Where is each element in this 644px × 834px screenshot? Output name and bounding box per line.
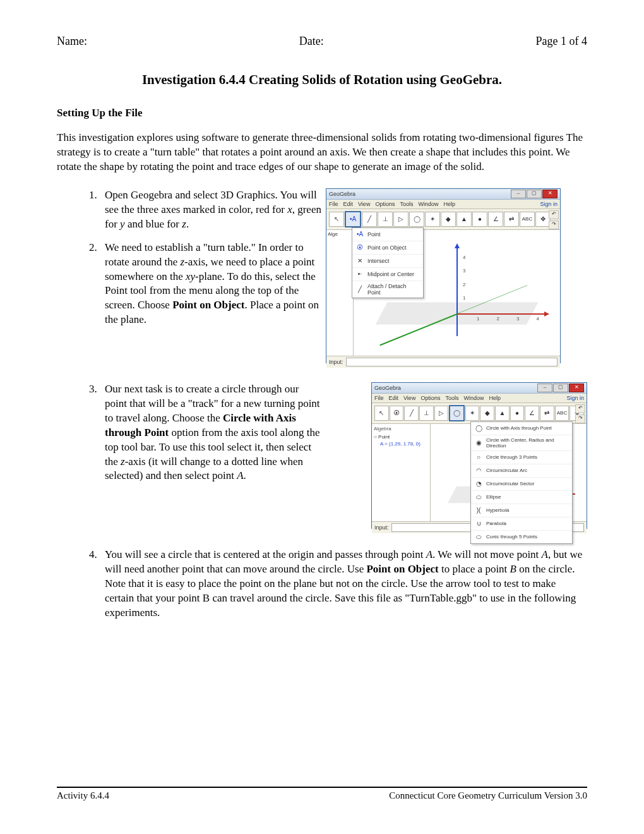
text-tool[interactable]: ABC <box>555 406 569 421</box>
signin-link[interactable]: Sign in <box>566 395 584 401</box>
menu-options[interactable]: Options <box>420 395 440 401</box>
window-titlebar: GeoGebra – ▢ ✕ <box>326 189 560 200</box>
menubar: File Edit View Options Tools Window Help… <box>326 200 560 209</box>
step-2: We need to establish a "turn table." In … <box>100 241 322 328</box>
circle-tool[interactable]: ◯ <box>449 405 465 421</box>
z-axis <box>456 246 458 336</box>
circle-tool-dropdown: ◯Circle with Axis through Point ◉Circle … <box>470 421 573 544</box>
redo-icon[interactable]: ↷ <box>549 221 559 229</box>
dd-circle-center[interactable]: ◉Circle with Center, Radius and Directio… <box>471 435 572 451</box>
algebra-view: Alge <box>326 230 354 356</box>
document-page: Name: Date: Page 1 of 4 Investigation 6.… <box>0 0 644 834</box>
dd-intersect[interactable]: ✕Intersect <box>352 255 423 268</box>
dd-point-on-object[interactable]: ⦿Point on Object <box>352 241 423 255</box>
text-tool[interactable]: ABC <box>520 212 535 227</box>
menu-tools[interactable]: Tools <box>445 395 458 401</box>
plane-tool[interactable]: ◆ <box>441 212 456 227</box>
dd-hyperbola[interactable]: )(Hyperbola <box>471 504 572 517</box>
dd-conic[interactable]: ⬭Conic through 5 Points <box>471 531 572 543</box>
pyramid-tool[interactable]: ▲ <box>456 212 472 227</box>
input-field[interactable] <box>346 358 558 366</box>
reflect-tool[interactable]: ⇄ <box>540 406 554 421</box>
intersect-tool[interactable]: ✶ <box>465 406 480 421</box>
menu-help[interactable]: Help <box>489 395 501 401</box>
point-on-object-icon: ⦿ <box>355 243 364 252</box>
menu-file[interactable]: File <box>374 395 384 401</box>
page-title: Investigation 6.4.4 Creating Solids of R… <box>57 72 587 88</box>
dd-midpoint[interactable]: •·Midpoint or Center <box>352 268 423 281</box>
dd-point[interactable]: •APoint <box>352 228 423 241</box>
minimize-button[interactable]: – <box>537 384 552 392</box>
dd-parabola[interactable]: ∪Parabola <box>471 517 572 531</box>
x-axis <box>457 313 547 315</box>
page-number: Page 1 of 4 <box>536 35 587 48</box>
x-arrow-icon <box>544 311 549 317</box>
maximize-button[interactable]: ▢ <box>553 384 568 392</box>
step-1: Open Geogebra and select 3D Graphics. Yo… <box>100 188 322 232</box>
pyramid-tool[interactable]: ▲ <box>495 406 510 421</box>
circle-tool[interactable]: ◯ <box>409 212 424 227</box>
maximize-button[interactable]: ▢ <box>527 190 542 198</box>
dd-circle-3pts[interactable]: ○Circle through 3 Points <box>471 451 572 464</box>
polygon-tool[interactable]: ▷ <box>393 212 408 227</box>
angle-tool[interactable]: ∠ <box>488 212 503 227</box>
menu-view[interactable]: View <box>358 201 370 207</box>
line-tool[interactable]: ╱ <box>404 406 419 421</box>
menu-file[interactable]: File <box>329 201 338 207</box>
perpendicular-tool[interactable]: ⊥ <box>378 212 393 227</box>
page-header: Name: Date: Page 1 of 4 <box>57 35 587 48</box>
close-button[interactable]: ✕ <box>569 384 584 392</box>
circle-center-icon: ◉ <box>474 438 483 447</box>
menu-window[interactable]: Window <box>463 395 484 401</box>
menu-edit[interactable]: Edit <box>389 395 399 401</box>
signin-link[interactable]: Sign in <box>540 201 558 207</box>
list-block-1: Open Geogebra and select 3D Graphics. Yo… <box>57 188 322 336</box>
sector-icon: ◔ <box>474 480 483 488</box>
perpendicular-tool[interactable]: ⊥ <box>419 406 434 421</box>
point-tool-dropdown: •APoint ⦿Point on Object ✕Intersect •·Mi… <box>352 227 424 298</box>
dd-ellipse[interactable]: ⬭Ellipse <box>471 491 572 504</box>
arc-icon: ◠ <box>474 466 483 475</box>
section-2: Our next task is to create a circle thro… <box>57 382 587 529</box>
close-button[interactable]: ✕ <box>542 190 558 198</box>
point-tool[interactable]: ⦿ <box>390 406 404 421</box>
geogebra-screenshot-2: GeoGebra – ▢ ✕ File Edit View Options To… <box>371 382 587 529</box>
sphere-tool[interactable]: ● <box>472 212 487 227</box>
footer-left: Activity 6.4.4 <box>57 790 109 801</box>
dd-arc[interactable]: ◠Circumcircular Arc <box>471 464 572 478</box>
line-tool[interactable]: ╱ <box>362 212 377 227</box>
menubar: File Edit View Options Tools Window Help… <box>372 394 587 403</box>
sphere-tool[interactable]: ● <box>510 406 525 421</box>
menu-view[interactable]: View <box>403 395 415 401</box>
angle-tool[interactable]: ∠ <box>525 406 539 421</box>
conic-icon: ⬭ <box>474 533 483 541</box>
footer-right: Connecticut Core Geometry Curriculum Ver… <box>389 790 587 801</box>
parabola-icon: ∪ <box>474 519 483 528</box>
dd-circle-axis[interactable]: ◯Circle with Axis through Point <box>471 422 572 435</box>
minimize-button[interactable]: – <box>511 190 526 198</box>
move-tool[interactable]: ↖ <box>329 212 344 227</box>
attach-icon: ╱ <box>355 285 364 294</box>
polygon-tool[interactable]: ▷ <box>434 406 449 421</box>
plane-tool[interactable]: ◆ <box>480 406 494 421</box>
redo-icon[interactable]: ↷ <box>575 414 585 423</box>
algebra-view: Algebra ○ Point A = (1.29, 1.78, 0) <box>372 424 431 521</box>
menu-options[interactable]: Options <box>375 201 395 207</box>
circle-3pts-icon: ○ <box>474 453 483 462</box>
intersect-tool[interactable]: ✶ <box>425 212 440 227</box>
undo-icon[interactable]: ↶ <box>575 404 585 413</box>
menu-edit[interactable]: Edit <box>343 201 354 207</box>
reflect-tool[interactable]: ⇄ <box>504 212 519 227</box>
undo-icon[interactable]: ↶ <box>549 210 559 219</box>
menu-tools[interactable]: Tools <box>400 201 413 207</box>
menu-window[interactable]: Window <box>418 201 438 207</box>
midpoint-icon: •· <box>355 270 364 279</box>
window-titlebar: GeoGebra – ▢ ✕ <box>372 383 587 394</box>
point-tool[interactable]: •A <box>345 211 361 227</box>
move-tool[interactable]: ↖ <box>374 406 389 421</box>
section-title: Setting Up the File <box>57 107 587 119</box>
menu-help[interactable]: Help <box>443 201 455 207</box>
dd-sector[interactable]: ◔Circumcircular Sector <box>471 478 572 491</box>
intro-paragraph: This investigation explores using softwa… <box>57 131 587 174</box>
dd-attach-detach[interactable]: ╱Attach / Detach Point <box>352 281 423 298</box>
